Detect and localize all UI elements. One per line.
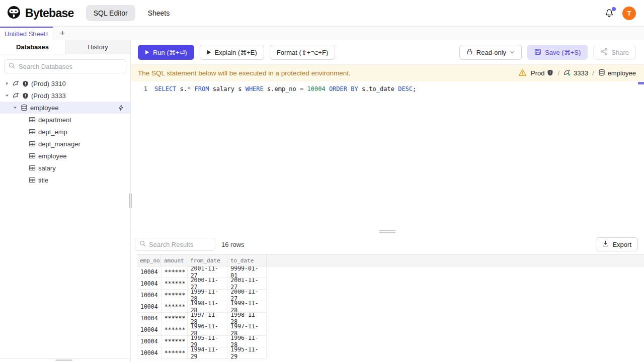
brand-wordmark: Bytebase [25,7,74,20]
tree-item-department[interactable]: department [0,114,130,126]
line-number: 1 [131,85,154,93]
database-search-input[interactable] [19,63,122,70]
overview-ruler-mark [638,82,644,84]
caret-down-icon[interactable] [12,105,18,110]
results-resize-handle[interactable] [379,230,395,233]
mysql-icon [564,69,571,78]
result-row[interactable]: 10004******1998-11-281999-11-28 [137,301,267,313]
result-row[interactable]: 10004******1997-11-281998-11-28 [137,313,267,324]
result-row[interactable]: 10004******1995-11-291996-11-28 [137,336,267,347]
protected-environment-banner: The SQL statement below will be executed… [131,65,644,81]
tree-item-label: employee [30,104,58,112]
tree-item-employee[interactable]: employee [0,150,130,162]
run-button[interactable]: Run (⌘+⏎) [138,45,194,60]
table-icon [29,128,36,135]
tree-item-dept-manager[interactable]: dept_manager [0,138,130,150]
main-panel: Run (⌘+⏎) Explain (⌘+E) Format (⇧+⌥+F) R… [131,40,644,362]
table-icon [29,116,36,123]
tree-item-title[interactable]: title [0,174,130,186]
result-cell: 1995-11-29 [227,347,267,358]
results-panel: 16 rows Export emp_noamountfrom_dateto_d… [131,234,644,362]
tab-history[interactable]: History [65,40,130,54]
result-cell: ****** [162,313,188,324]
database-tree: (Prod) 3310(Prod) 3333employeedepartment… [0,77,130,186]
database-crumb[interactable]: employee [598,69,636,77]
avatar[interactable]: T [622,7,636,20]
notification-dot [612,7,616,11]
editor-toolbar: Run (⌘+⏎) Explain (⌘+E) Format (⇧+⌥+F) R… [131,40,644,65]
code-content: SELECT s.* FROM salary s WHERE s.emp_no … [154,85,416,93]
connection-breadcrumb: Prod / 3333 / employee [518,68,636,78]
sidebar-tabs: Databases History [0,40,130,54]
sidebar-resize-handle[interactable] [129,194,132,208]
tree-item-dept-emp[interactable]: dept_emp [0,126,130,138]
readonly-mode-dropdown[interactable]: Read-only [459,45,522,60]
search-icon [9,62,15,71]
result-row[interactable]: 10004******2001-11-279999-01-01 [137,266,267,278]
result-cell: ****** [162,266,188,278]
row-count: 16 rows [221,241,245,248]
tree-item-salary[interactable]: salary [0,162,130,174]
results-search[interactable] [135,238,215,251]
sql-editor[interactable]: 1 SELECT s.* FROM salary s WHERE s.emp_n… [131,81,644,232]
tree-item-label: department [38,116,71,124]
result-cell: 1997-11-28 [188,313,228,324]
connect-bolt-icon[interactable] [118,105,124,111]
result-row[interactable]: 10004******1994-11-291995-11-29 [137,347,267,359]
result-cell: 2000-11-27 [188,278,228,289]
save-button[interactable]: Save (⌘+S) [527,45,588,60]
instance-crumb[interactable]: 3333 [564,69,588,78]
result-row[interactable]: 10004******1996-11-281997-11-28 [137,324,267,336]
tree-item-label: dept_emp [38,128,67,136]
environment-crumb[interactable]: Prod [531,69,553,77]
result-cell: 1998-11-28 [188,301,228,312]
play-icon [207,49,211,56]
share-button[interactable]: Share [593,45,636,60]
bytebase-logo[interactable]: Bytebase [7,6,74,21]
notification-bell-icon[interactable] [604,8,614,18]
column-header-from-date[interactable]: from_date [187,255,227,266]
tree-item-employee[interactable]: employee [0,102,130,114]
sidebar-scrollbar[interactable] [55,359,72,361]
results-search-input[interactable] [149,241,211,248]
tab-databases[interactable]: Databases [0,40,65,54]
nav-sheets[interactable]: Sheets [140,5,178,21]
column-header-to-date[interactable]: to_date [227,255,267,266]
code-line[interactable]: 1 SELECT s.* FROM salary s WHERE s.emp_n… [131,84,644,94]
environment-shield-icon [22,93,29,99]
tree-item-label: (Prod) 3333 [31,92,66,100]
top-nav: SQL Editor Sheets [86,5,178,21]
result-row[interactable]: 10004******2000-11-272001-11-27 [137,278,267,290]
explain-button[interactable]: Explain (⌘+E) [200,45,264,60]
mysql-icon [13,80,20,87]
chevron-down-icon [510,49,515,56]
export-button[interactable]: Export [596,237,638,251]
tab-untitled-sheet[interactable]: Untitled Sheet [0,27,53,40]
result-cell: 1996-11-28 [188,324,228,335]
result-cell: 10004 [137,324,162,335]
tree-item-label: salary [38,164,56,172]
save-floppy-icon [534,48,541,57]
sidebar: Databases History (Prod) 3310(Prod) 3333… [0,40,131,362]
tree-item-prod-3310[interactable]: (Prod) 3310 [0,77,130,89]
tree-item-prod-3333[interactable]: (Prod) 3333 [0,89,130,102]
add-sheet-button[interactable]: + [53,27,71,40]
result-cell: 2001-11-27 [227,278,267,289]
database-search[interactable] [4,59,126,73]
nav-sql-editor[interactable]: SQL Editor [86,5,135,21]
caret-right-icon[interactable] [4,81,10,86]
results-toolbar: 16 rows Export [131,234,644,254]
result-cell: 10004 [137,336,162,347]
caret-down-icon[interactable] [4,93,10,98]
panel-divider[interactable] [131,232,644,234]
column-header-amount[interactable]: amount [161,255,187,266]
result-cell: ****** [162,347,188,358]
result-cell: 1996-11-28 [227,336,267,347]
tree-item-label: (Prod) 3310 [31,80,66,87]
tree-item-label: dept_manager [38,140,80,148]
share-icon [600,48,608,57]
format-button[interactable]: Format (⇧+⌥+F) [270,45,335,60]
result-row[interactable]: 10004******1999-11-282000-11-27 [137,290,267,301]
column-header-emp-no[interactable]: emp_no [137,255,161,266]
result-cell: 10004 [137,290,162,301]
